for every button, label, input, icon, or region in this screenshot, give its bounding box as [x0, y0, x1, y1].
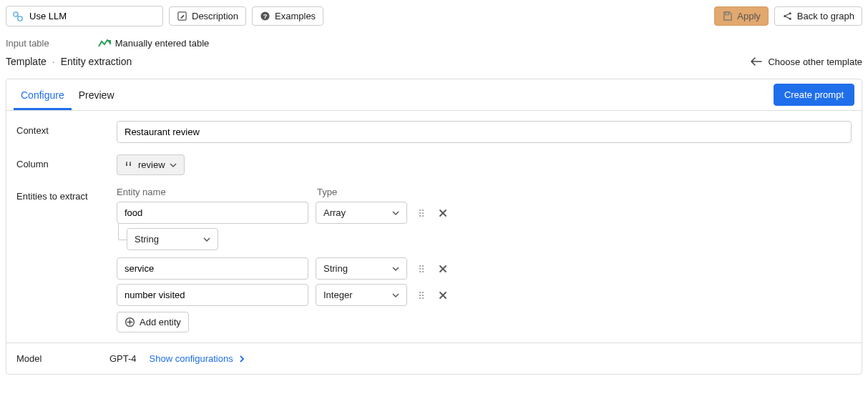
svg-point-14 [422, 215, 424, 217]
back-to-graph-button[interactable]: Back to graph [774, 6, 862, 26]
entity-type-select[interactable]: String [316, 257, 407, 280]
entity-name-input[interactable] [117, 284, 308, 306]
entity-type-value: Array [323, 207, 346, 218]
entity-type-select[interactable]: Array [316, 202, 407, 224]
svg-point-11 [419, 212, 421, 214]
column-value: review [138, 159, 165, 170]
svg-point-16 [422, 265, 424, 267]
svg-point-23 [419, 295, 421, 296]
svg-point-10 [422, 210, 424, 211]
chevron-right-icon [239, 355, 245, 363]
chevron-down-icon [392, 210, 399, 217]
column-select[interactable]: review [117, 154, 185, 175]
entity-name-input[interactable] [117, 202, 308, 224]
entity-subtype-select[interactable]: String [127, 228, 218, 250]
context-row: Context [16, 121, 852, 143]
context-input[interactable] [117, 121, 852, 143]
svg-point-21 [419, 292, 421, 293]
entity-type-select[interactable]: Integer [316, 284, 407, 306]
description-label: Description [192, 11, 238, 21]
drag-handle-icon[interactable] [414, 262, 429, 276]
tab-configure[interactable]: Configure [14, 81, 72, 109]
entity-row: String [117, 257, 852, 280]
edit-icon [177, 11, 187, 21]
svg-point-26 [422, 297, 424, 299]
top-bar: Description ? Examples Apply Back to gra… [6, 6, 862, 34]
input-table-row: Input table Manually entered table [6, 34, 862, 56]
save-icon [722, 11, 733, 21]
add-entity-button[interactable]: Add entity [117, 312, 189, 332]
remove-entity-button[interactable] [436, 288, 450, 302]
drag-handle-icon[interactable] [414, 288, 429, 302]
breadcrumb-template: Template [6, 56, 47, 67]
template-breadcrumb-row: Template · Entity extraction Choose othe… [6, 56, 862, 79]
remove-entity-button[interactable] [436, 206, 450, 220]
add-entity-label: Add entity [140, 317, 181, 327]
svg-point-12 [422, 212, 424, 214]
svg-point-1 [18, 16, 22, 20]
drag-handle-icon[interactable] [414, 206, 429, 220]
input-table-source[interactable]: Manually entered table [98, 38, 210, 49]
node-title-input-wrapper[interactable] [6, 6, 163, 26]
breadcrumb-separator: · [52, 56, 55, 67]
breadcrumb-name: Entity extraction [61, 56, 132, 67]
svg-point-9 [419, 210, 421, 211]
top-right-actions: Apply Back to graph [714, 6, 862, 26]
svg-point-22 [422, 292, 424, 293]
model-label: Model [16, 353, 109, 364]
model-name: GPT-4 [109, 353, 137, 364]
svg-text:?: ? [263, 13, 268, 20]
create-prompt-button[interactable]: Create prompt [774, 84, 854, 106]
svg-point-13 [419, 215, 421, 217]
back-label: Back to graph [797, 11, 854, 21]
examples-button[interactable]: ? Examples [252, 6, 323, 26]
column-row: Column review [16, 154, 852, 175]
svg-point-17 [419, 268, 421, 270]
graph-icon [782, 11, 793, 21]
svg-point-0 [14, 11, 18, 16]
entity-column-headers: Entity name Type [117, 187, 852, 197]
llm-node-icon [12, 11, 24, 22]
plus-circle-icon [125, 317, 135, 327]
choose-other-template[interactable]: Choose other template [751, 56, 862, 67]
entities-row: Entities to extract Entity name Type Arr… [16, 187, 852, 332]
model-row: Model GPT-4 Show configurations [6, 343, 862, 374]
svg-point-25 [419, 297, 421, 299]
input-table-source-label: Manually entered table [115, 38, 210, 49]
remove-entity-button[interactable] [436, 262, 450, 276]
input-table-label: Input table [6, 38, 49, 49]
context-label: Context [16, 121, 109, 136]
apply-label: Apply [737, 11, 761, 21]
node-title-input[interactable] [28, 10, 157, 22]
choose-other-template-label: Choose other template [768, 56, 862, 67]
svg-point-20 [422, 271, 424, 272]
tab-bar: Configure Preview Create prompt [6, 79, 862, 111]
svg-point-24 [422, 295, 424, 296]
column-label: Column [16, 154, 109, 169]
form-area: Context Column review [6, 111, 862, 343]
description-button[interactable]: Description [169, 6, 246, 26]
show-configurations-link[interactable]: Show configurations [150, 353, 245, 364]
entity-row: Array [117, 202, 852, 224]
quote-icon [125, 160, 134, 169]
arrow-left-icon [751, 57, 762, 66]
entity-name-header: Entity name [117, 187, 308, 197]
entity-subtype-value: String [135, 234, 159, 245]
apply-button[interactable]: Apply [714, 6, 769, 26]
entity-type-value: String [323, 263, 348, 274]
svg-rect-5 [726, 12, 729, 15]
chevron-down-icon [392, 292, 399, 299]
examples-label: Examples [275, 11, 316, 21]
help-icon: ? [260, 11, 270, 21]
svg-point-18 [422, 268, 424, 270]
entity-type-value: Integer [323, 290, 352, 300]
chevron-down-icon [203, 236, 210, 243]
entities-label: Entities to extract [16, 187, 109, 202]
main-panel: Configure Preview Create prompt Context … [6, 79, 862, 375]
svg-point-19 [419, 271, 421, 272]
chevron-down-icon [170, 162, 177, 169]
type-header: Type [317, 187, 409, 197]
entity-subtype-row: String [127, 228, 852, 250]
tab-preview[interactable]: Preview [72, 81, 122, 109]
entity-name-input[interactable] [117, 257, 308, 280]
